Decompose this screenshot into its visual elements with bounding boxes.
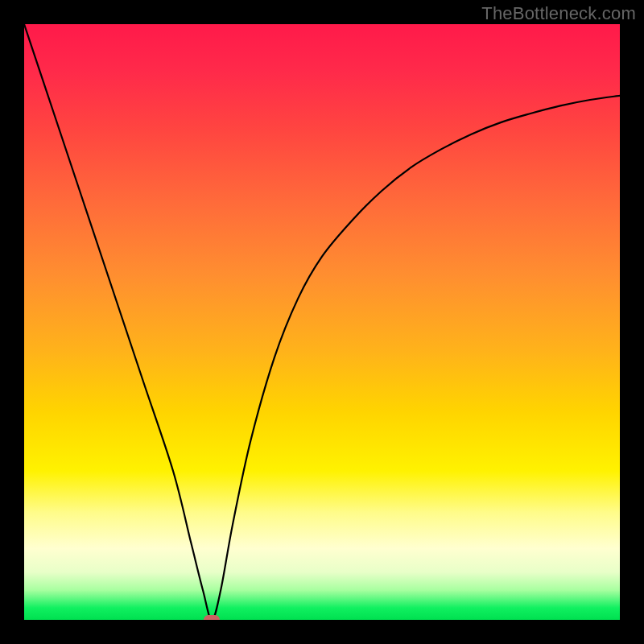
plot-area (24, 24, 620, 620)
curve-path (24, 24, 620, 620)
watermark-text: TheBottleneck.com (481, 3, 636, 24)
minimum-marker (204, 615, 220, 620)
chart-frame: TheBottleneck.com (0, 0, 644, 644)
curve-layer (24, 24, 620, 620)
